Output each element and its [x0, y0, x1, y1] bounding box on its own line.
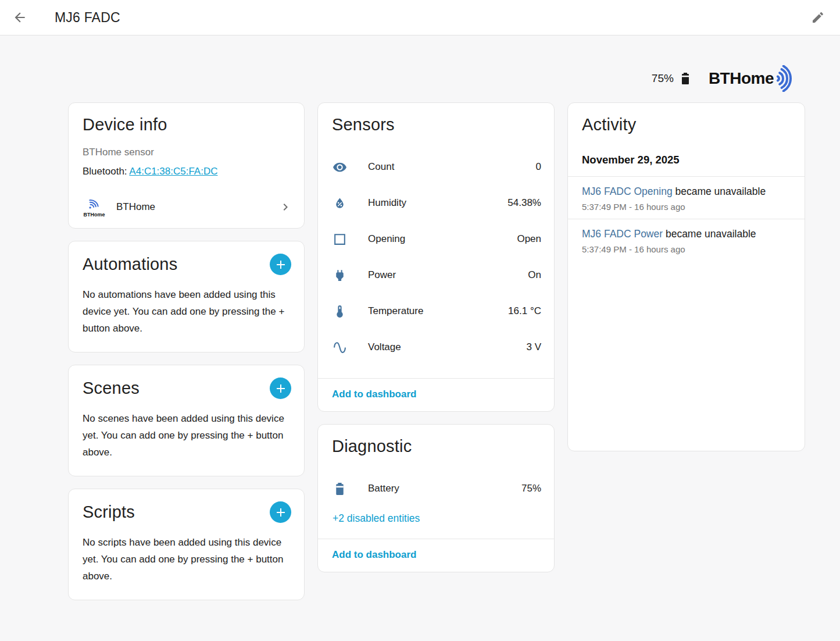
sensor-value: Open — [517, 233, 541, 245]
sine-wave-icon — [333, 340, 347, 355]
sensor-label: Opening — [368, 233, 405, 245]
sensors-card: Sensors Count 0 Humidity — [317, 102, 555, 412]
connection-label: Bluetooth: — [83, 166, 127, 177]
disabled-entities-link[interactable]: +2 disabled entities — [318, 507, 554, 539]
bthome-integration-icon: BTHome — [80, 196, 108, 218]
chevron-right-icon — [278, 200, 292, 214]
power-plug-icon — [333, 268, 347, 283]
log-event-text: became unavailable — [673, 186, 766, 197]
log-timestamp: 5:37:49 PM - 16 hours ago — [582, 202, 791, 212]
log-timestamp: 5:37:49 PM - 16 hours ago — [582, 244, 791, 254]
sensor-value: On — [528, 269, 541, 281]
bthome-signal-arcs-icon — [775, 65, 805, 92]
sensor-label: Battery — [368, 483, 399, 494]
eye-icon — [333, 160, 347, 175]
sensor-label: Humidity — [368, 197, 406, 209]
add-scene-button[interactable] — [270, 378, 291, 399]
scripts-empty-text: No scripts have been added using this de… — [69, 523, 304, 600]
activity-title: Activity — [582, 115, 636, 134]
back-arrow-icon[interactable] — [12, 10, 27, 25]
page-title: MJ6 FADC — [55, 10, 120, 26]
automations-title: Automations — [83, 255, 177, 274]
scenes-card: Scenes No scenes have been added using t… — [68, 365, 305, 476]
sensor-label: Temperature — [368, 305, 423, 317]
log-entity-link[interactable]: MJ6 FADC Power — [582, 228, 663, 240]
sensors-add-to-dashboard-link[interactable]: Add to dashboard — [318, 379, 554, 411]
device-info-card: Device info BTHome sensor Bluetooth: A4:… — [68, 102, 305, 229]
log-entry: MJ6 FADC Power became unavailable 5:37:4… — [568, 219, 805, 261]
sensor-value: 16.1 °C — [508, 305, 541, 317]
edit-pencil-icon[interactable] — [811, 10, 825, 24]
battery-icon — [678, 70, 692, 87]
square-outline-icon — [333, 232, 347, 247]
bthome-integration-icon-label: BTHome — [83, 212, 105, 218]
sensor-value: 75% — [521, 483, 541, 494]
plus-icon — [274, 505, 288, 519]
sensor-value: 0 — [536, 161, 541, 173]
log-entity-link[interactable]: MJ6 FADC Opening — [582, 186, 673, 197]
log-entry: MJ6 FADC Opening became unavailable 5:37… — [568, 177, 805, 219]
app-header: MJ6 FADC — [0, 0, 840, 35]
sensor-value: 3 V — [526, 341, 541, 353]
add-automation-button[interactable] — [270, 254, 291, 275]
card-columns: Device info BTHome sensor Bluetooth: A4:… — [68, 102, 840, 600]
log-event-text: became unavailable — [663, 228, 756, 240]
integration-name: BTHome — [116, 201, 155, 213]
sensor-row-power[interactable]: Power On — [318, 257, 554, 293]
sensor-row-count[interactable]: Count 0 — [318, 149, 554, 185]
plus-icon — [274, 382, 288, 396]
bluetooth-mac-link[interactable]: A4:C1:38:C5:FA:DC — [129, 166, 217, 177]
plus-icon — [274, 258, 288, 272]
sensor-row-humidity[interactable]: Humidity 54.38% — [318, 185, 554, 221]
sensor-label: Count — [368, 161, 394, 173]
sensor-row-voltage[interactable]: Voltage 3 V — [318, 329, 554, 365]
diagnostic-card: Diagnostic Battery 75% +2 disabled entit… — [317, 424, 555, 572]
bthome-logo: BTHome — [709, 65, 805, 92]
scripts-card: Scripts No scripts have been added using… — [68, 489, 305, 600]
scripts-title: Scripts — [83, 503, 135, 522]
scenes-empty-text: No scenes have been added using this dev… — [69, 399, 304, 476]
sensor-value: 54.38% — [507, 197, 541, 209]
device-connection: Bluetooth: A4:C1:38:C5:FA:DC — [69, 158, 304, 177]
activity-card: Activity November 29, 2025 MJ6 FADC Open… — [567, 102, 805, 451]
scenes-title: Scenes — [83, 379, 140, 398]
automations-empty-text: No automations have been added using thi… — [69, 275, 304, 352]
sensor-row-temperature[interactable]: Temperature 16.1 °C — [318, 293, 554, 329]
sensor-row-opening[interactable]: Opening Open — [318, 221, 554, 257]
sensor-label: Power — [368, 269, 396, 281]
page-content: 75% BTHome Device info — [0, 36, 840, 641]
thermometer-icon — [333, 304, 347, 319]
diagnostic-title: Diagnostic — [332, 437, 412, 456]
battery-icon — [333, 482, 347, 496]
device-info-title: Device info — [83, 115, 167, 134]
activity-date: November 29, 2025 — [568, 134, 805, 176]
add-script-button[interactable] — [270, 501, 291, 523]
diagnostic-row-battery[interactable]: Battery 75% — [318, 471, 554, 507]
integration-row-bthome[interactable]: BTHome BTHome — [69, 191, 304, 228]
device-model: BTHome sensor — [69, 134, 304, 158]
battery-percentage: 75% — [652, 72, 674, 85]
sensors-title: Sensors — [332, 115, 395, 134]
automations-card: Automations No automations have been add… — [68, 241, 305, 352]
diagnostic-add-to-dashboard-link[interactable]: Add to dashboard — [318, 539, 554, 572]
water-percent-icon — [333, 196, 347, 211]
bthome-logo-text: BTHome — [709, 69, 774, 88]
sensor-label: Voltage — [368, 341, 401, 353]
device-status-row: 75% BTHome — [0, 66, 805, 91]
